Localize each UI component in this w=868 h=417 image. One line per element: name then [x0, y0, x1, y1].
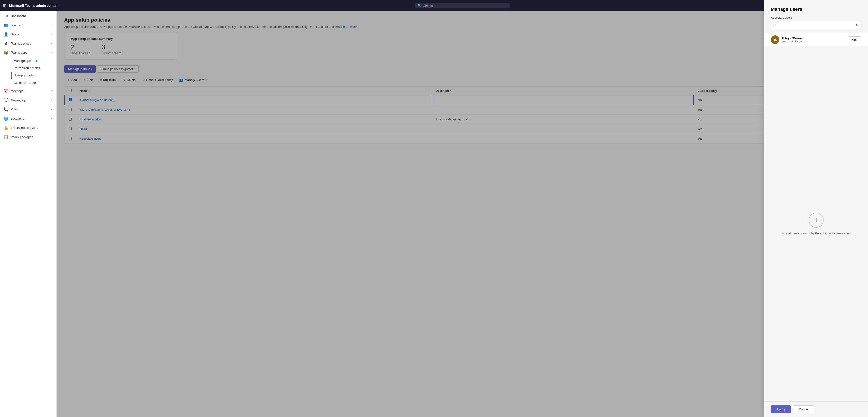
- customize-store-label: Customize store: [14, 81, 36, 85]
- chevron-down-icon: ▾: [51, 24, 53, 27]
- user-search-input[interactable]: [773, 23, 854, 27]
- user-subtext: Associate Users: [782, 40, 845, 43]
- sidebar-item-label: Dashboard: [11, 14, 26, 18]
- chevron-down-icon: ▾: [51, 117, 53, 120]
- panel-header: Manage users Associate users ✕: [764, 0, 868, 33]
- sidebar-item-customize-store[interactable]: Customize store: [11, 79, 56, 86]
- sidebar-item-locations[interactable]: 🌐 Locations ▾: [0, 114, 56, 123]
- sidebar-item-label: Teams devices: [11, 42, 31, 45]
- sidebar-item-setup-policies[interactable]: Setup policies: [11, 72, 56, 79]
- search-icon: 🔍: [417, 4, 422, 7]
- sidebar-item-enhanced-encrypt[interactable]: 🔒 Enhanced encrypt...: [0, 123, 56, 132]
- user-info: Riley o'Connor Associate Users: [782, 36, 845, 43]
- panel-empty-state: ℹ To add users, search by their display …: [764, 46, 868, 401]
- chevron-down-icon: ▾: [51, 108, 53, 111]
- user-avatar: RO: [771, 35, 779, 44]
- clear-search-button[interactable]: ✕: [856, 23, 859, 27]
- sidebar-item-label: Enhanced encrypt...: [11, 126, 38, 129]
- sidebar-item-label: Voice: [11, 108, 19, 111]
- sidebar-item-manage-apps[interactable]: Manage apps: [11, 57, 56, 64]
- dashboard-icon: ⊞: [4, 14, 8, 18]
- sidebar-item-permission-policies[interactable]: Permission policies: [11, 64, 56, 72]
- locations-icon: 🌐: [4, 116, 8, 121]
- voice-icon: 📞: [4, 107, 8, 112]
- manage-apps-label: Manage apps: [14, 59, 32, 63]
- panel-title: Manage users: [771, 7, 861, 12]
- add-user-button[interactable]: Add: [848, 36, 861, 43]
- search-bar: 🔍: [415, 3, 509, 8]
- user-name: Riley o'Connor: [782, 36, 845, 40]
- panel-search-row: ✕: [771, 21, 861, 29]
- chevron-up-icon: ▴: [51, 51, 53, 54]
- sidebar-item-teams-devices[interactable]: 🖥 Teams devices ▾: [0, 39, 56, 48]
- cancel-button[interactable]: Cancel: [793, 406, 814, 413]
- sidebar-item-label: Messaging: [11, 98, 26, 102]
- sidebar-item-policy-packages[interactable]: 📋 Policy packages: [0, 132, 56, 142]
- search-input[interactable]: [423, 4, 507, 7]
- chevron-down-icon: ▾: [51, 99, 53, 102]
- messaging-icon: 💬: [4, 98, 8, 102]
- sidebar-item-teams-apps[interactable]: 📦 Teams apps ▴: [0, 48, 56, 57]
- sidebar-item-dashboard[interactable]: ⊞ Dashboard: [0, 11, 56, 21]
- sidebar-item-label: Policy packages: [11, 135, 33, 139]
- sidebar-item-messaging[interactable]: 💬 Messaging ▾: [0, 96, 56, 105]
- chevron-down-icon: ▾: [51, 33, 53, 36]
- apps-icon: 📦: [4, 50, 8, 55]
- apply-button[interactable]: Apply: [771, 406, 790, 413]
- sidebar-item-label: Locations: [11, 117, 24, 120]
- modal-overlay[interactable]: [57, 11, 868, 417]
- user-result-item: RO Riley o'Connor Associate Users Add: [764, 33, 868, 46]
- associate-users-label: Associate users: [771, 16, 861, 19]
- teams-icon: 👥: [4, 23, 8, 27]
- notification-dot: [36, 60, 37, 62]
- users-icon: 👤: [4, 32, 8, 37]
- grid-icon[interactable]: ⊞: [3, 3, 6, 8]
- sidebar-item-teams[interactable]: 👥 Teams ▾: [0, 21, 56, 30]
- manage-users-panel: Manage users Associate users ✕ RO Riley …: [764, 0, 868, 417]
- sidebar-item-label: Teams: [11, 23, 20, 27]
- info-icon: ℹ: [809, 213, 824, 228]
- empty-state-text: To add users, search by their display or…: [782, 232, 850, 235]
- policy-icon: 📋: [4, 135, 8, 139]
- sidebar-item-label: Users: [11, 33, 19, 36]
- chevron-down-icon: ▾: [51, 89, 53, 92]
- sidebar-item-label: Meetings: [11, 89, 23, 93]
- topbar: ⊞ Microsoft Teams admin center 🔍: [0, 0, 868, 11]
- app-title: Microsoft Teams admin center: [9, 4, 57, 7]
- sidebar-item-voice[interactable]: 📞 Voice ▾: [0, 105, 56, 114]
- meetings-icon: 📅: [4, 89, 8, 93]
- encrypt-icon: 🔒: [4, 125, 8, 130]
- chevron-down-icon: ▾: [51, 42, 53, 45]
- teams-apps-subnav: Manage apps Permission policies Setup po…: [0, 57, 56, 86]
- sidebar-item-label: Teams apps: [11, 51, 27, 54]
- permission-policies-label: Permission policies: [14, 66, 40, 70]
- setup-policies-label: Setup policies: [14, 73, 35, 77]
- sidebar-item-meetings[interactable]: 📅 Meetings ▾: [0, 86, 56, 96]
- sidebar-item-users[interactable]: 👤 Users ▾: [0, 30, 56, 39]
- devices-icon: 🖥: [4, 41, 8, 46]
- panel-footer: Apply Cancel: [764, 401, 868, 417]
- sidebar: ⊞ Dashboard 👥 Teams ▾ 👤 Users ▾ 🖥 Teams …: [0, 11, 57, 417]
